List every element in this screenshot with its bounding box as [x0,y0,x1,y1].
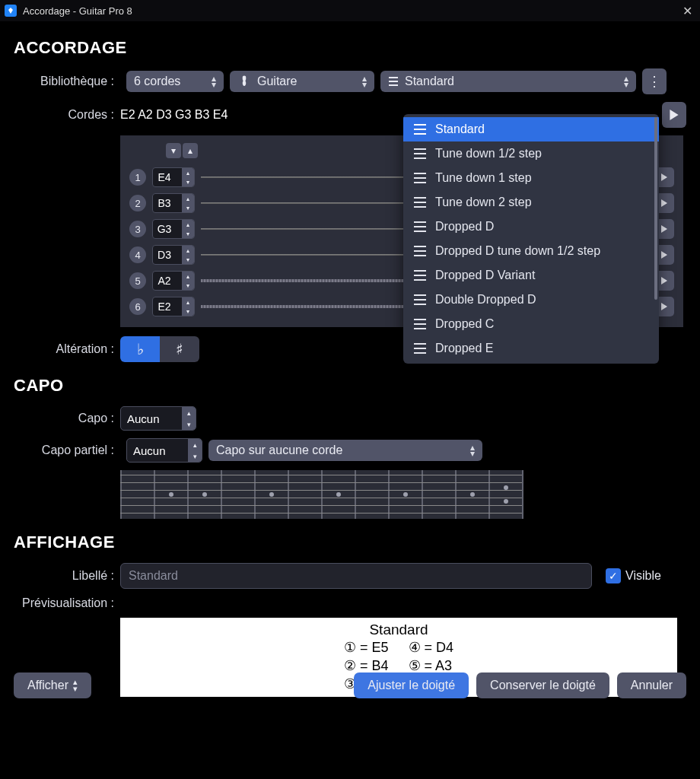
annuler-button[interactable]: Annuler [617,672,686,698]
note-down[interactable]: ▾ [182,203,194,212]
conserver-doigte-button[interactable]: Conserver le doigté [476,672,609,698]
preset-option[interactable]: Dropped C [403,312,659,336]
label-visible: Visible [625,569,661,583]
note-spinner[interactable]: ▴▾ [152,245,195,265]
capo-partial-desc: Capo sur aucune corde [216,444,342,457]
note-spinner[interactable]: ▴▾ [152,167,195,187]
libelle-input[interactable] [120,563,592,589]
note-down[interactable]: ▾ [182,229,194,238]
note-value[interactable] [153,223,176,235]
section-capo: CAPO [14,376,686,396]
app-icon [5,5,17,17]
sharp-button[interactable]: ♯ [160,336,199,362]
note-up[interactable]: ▴ [182,194,194,203]
preset-icon [388,76,399,87]
capo-value[interactable] [121,412,174,425]
preset-option[interactable]: Tune down 1/2 step [403,141,659,166]
section-accordage: ACCORDAGE [14,38,686,58]
svg-rect-0 [389,77,398,78]
preset-icon [414,173,426,183]
note-down[interactable]: ▾ [182,307,194,316]
instrument-select[interactable]: Guitare ▴▾ [230,71,374,92]
note-down[interactable]: ▾ [182,281,194,290]
capo-spinner[interactable]: ▴▾ [120,406,196,431]
preset-option[interactable]: Tune down 1 step [403,166,659,190]
section-affichage: AFFICHAGE [14,533,686,552]
afficher-button[interactable]: Afficher ▴▾ [14,672,91,698]
capo-down[interactable]: ▾ [182,418,196,430]
string-number: 1 [129,169,146,186]
flat-button[interactable]: ♭ [120,336,160,362]
capo-partial-down[interactable]: ▾ [188,450,202,462]
preset-value: Standard [405,75,454,88]
note-value[interactable] [153,275,176,287]
note-value[interactable] [153,249,176,261]
close-icon[interactable]: ✕ [679,4,695,18]
capo-partial-up[interactable]: ▴ [188,439,202,450]
visible-checkbox[interactable]: ✓ [606,568,621,583]
label-alteration: Altération : [14,342,120,356]
preset-option[interactable]: Dropped D [403,215,659,239]
window-title: Accordage - Guitar Pro 8 [23,5,132,17]
label-capo: Capo : [14,412,120,425]
label-libelle: Libellé : [14,569,120,583]
svg-rect-1 [389,81,398,82]
more-button[interactable]: ⋮ [642,68,667,94]
tune-all-up-button[interactable]: ▴ [183,143,198,158]
play-all-button[interactable] [662,102,686,128]
preview-line: ① = E5 [344,638,390,657]
preset-option[interactable]: Double Dropped D [403,288,659,312]
chevron-updown-icon: ▴▾ [624,75,628,87]
preset-icon [414,148,426,159]
cordes-text: E2 A2 D3 G3 B3 E4 [120,108,228,122]
note-up[interactable]: ▴ [182,272,194,281]
preview-line: ④ = D4 [409,638,454,657]
preset-option[interactable]: Dropped D Variant [403,263,659,288]
note-spinner[interactable]: ▴▾ [152,297,195,316]
strings-count-select[interactable]: 6 cordes ▴▾ [126,71,224,92]
note-up[interactable]: ▴ [182,220,194,229]
strings-count-value: 6 cordes [134,75,180,88]
string-number: 2 [129,195,146,211]
note-up[interactable]: ▴ [182,168,194,177]
note-spinner[interactable]: ▴▾ [152,219,195,239]
fretboard-preview [120,470,522,519]
preset-icon [414,270,426,281]
preset-option[interactable]: Standard [403,117,659,141]
note-value[interactable] [153,300,176,313]
preset-option[interactable]: Dropped D tune down 1/2 step [403,239,659,263]
note-spinner[interactable]: ▴▾ [152,193,195,213]
preset-icon [414,197,426,208]
preset-option[interactable]: Dropped E [403,336,659,361]
chevron-updown-icon: ▴▾ [470,444,475,456]
preset-icon [414,124,426,135]
capo-partial-spinner[interactable]: ▴▾ [126,438,202,463]
string-number: 5 [129,272,146,289]
label-previsualisation: Prévisualisation : [14,596,120,610]
note-value[interactable] [153,171,176,183]
note-value[interactable] [153,197,176,209]
titlebar: Accordage - Guitar Pro 8 ✕ [0,0,700,21]
capo-up[interactable]: ▴ [182,407,196,418]
note-spinner[interactable]: ▴▾ [152,271,195,291]
preset-icon [414,221,426,232]
string-number: 4 [129,246,146,263]
label-capo-partiel: Capo partiel : [14,444,120,457]
tune-all-down-button[interactable]: ▾ [166,143,181,158]
instrument-value: Guitare [257,75,297,88]
string-number: 3 [129,221,146,237]
preset-select[interactable]: Standard ▴▾ [380,71,636,92]
note-up[interactable]: ▴ [182,246,194,255]
preset-dropdown[interactable]: StandardTune down 1/2 stepTune down 1 st… [403,114,659,364]
chevron-updown-icon: ▴▾ [212,75,216,87]
note-down[interactable]: ▾ [182,177,194,186]
note-down[interactable]: ▾ [182,255,194,264]
preset-option[interactable]: Tune down 2 step [403,190,659,215]
svg-rect-2 [389,84,398,86]
capo-partial-value[interactable] [127,444,180,457]
chevron-updown-icon: ▴▾ [362,75,367,87]
capo-partial-select[interactable]: Capo sur aucune corde ▴▾ [208,440,482,461]
ajuster-doigte-button[interactable]: Ajuster le doigté [354,672,469,698]
guitar-icon [237,75,251,88]
note-up[interactable]: ▴ [182,297,194,307]
